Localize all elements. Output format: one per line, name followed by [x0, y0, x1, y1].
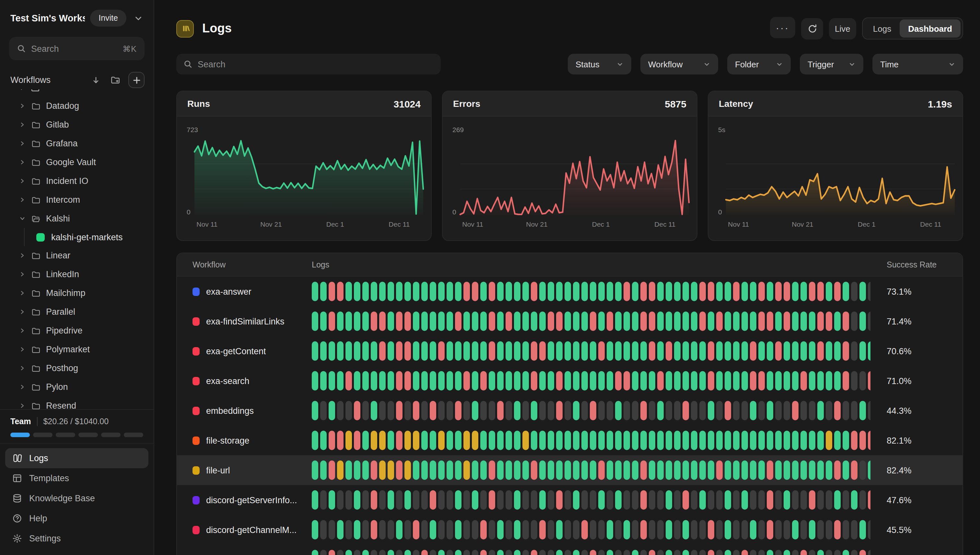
- log-status-bar[interactable]: [539, 341, 546, 361]
- log-status-bar[interactable]: [371, 520, 377, 539]
- log-status-bar[interactable]: [792, 431, 798, 450]
- more-options-button[interactable]: ···: [770, 16, 795, 38]
- log-status-bar[interactable]: [767, 431, 773, 450]
- log-status-bar[interactable]: [556, 282, 563, 301]
- log-status-bar[interactable]: [859, 520, 866, 539]
- log-status-bar[interactable]: [404, 401, 411, 420]
- log-status-bar[interactable]: [666, 311, 672, 331]
- log-status-bar[interactable]: [581, 371, 588, 390]
- log-status-bar[interactable]: [750, 550, 756, 555]
- log-status-bar[interactable]: [388, 490, 394, 510]
- log-status-bar[interactable]: [624, 520, 630, 539]
- log-status-bar[interactable]: [522, 371, 529, 390]
- log-status-bar[interactable]: [430, 401, 436, 420]
- log-status-bar[interactable]: [843, 520, 849, 539]
- log-status-bar[interactable]: [624, 431, 630, 450]
- log-status-bar[interactable]: [438, 341, 445, 361]
- log-status-bar[interactable]: [480, 490, 487, 510]
- log-status-bar[interactable]: [556, 520, 563, 539]
- log-status-bar[interactable]: [632, 401, 639, 420]
- log-status-bar[interactable]: [666, 460, 672, 480]
- log-status-bar[interactable]: [800, 460, 807, 480]
- log-status-bar[interactable]: [817, 490, 824, 510]
- log-status-bar[interactable]: [615, 341, 621, 361]
- folder-item-pylon[interactable]: Pylon: [0, 377, 154, 396]
- log-status-bar[interactable]: [337, 520, 344, 539]
- filter-dropdown-time[interactable]: Time: [872, 54, 963, 74]
- log-status-bar[interactable]: [463, 431, 470, 450]
- log-status-bar[interactable]: [725, 341, 731, 361]
- log-status-bar[interactable]: [809, 460, 815, 480]
- log-status-bar[interactable]: [430, 520, 436, 539]
- log-status-bar[interactable]: [784, 550, 790, 555]
- log-status-bar[interactable]: [834, 520, 841, 539]
- log-status-bar[interactable]: [371, 371, 377, 390]
- log-status-bar[interactable]: [438, 401, 445, 420]
- log-status-bar[interactable]: [691, 311, 697, 331]
- log-status-bar[interactable]: [851, 282, 858, 301]
- log-status-bar[interactable]: [868, 550, 871, 555]
- log-status-bar[interactable]: [784, 371, 790, 390]
- log-status-bar[interactable]: [649, 460, 655, 480]
- log-status-bar[interactable]: [632, 431, 639, 450]
- log-status-bar[interactable]: [320, 550, 327, 555]
- folder-item-intercom[interactable]: Intercom: [0, 190, 154, 209]
- log-status-bar[interactable]: [531, 460, 537, 480]
- log-status-bar[interactable]: [826, 431, 832, 450]
- log-status-bar[interactable]: [792, 550, 798, 555]
- log-status-bar[interactable]: [691, 460, 697, 480]
- log-status-bar[interactable]: [598, 341, 605, 361]
- table-row-exa-answer[interactable]: exa-answer73.1%: [177, 276, 962, 306]
- toggle-logs[interactable]: Logs: [865, 19, 900, 38]
- log-status-bar[interactable]: [682, 311, 689, 331]
- log-status-bar[interactable]: [404, 460, 411, 480]
- log-status-bar[interactable]: [607, 282, 613, 301]
- log-status-bar[interactable]: [632, 282, 639, 301]
- log-status-bar[interactable]: [362, 341, 369, 361]
- log-status-bar[interactable]: [463, 460, 470, 480]
- log-status-bar[interactable]: [598, 550, 605, 555]
- log-status-bar[interactable]: [463, 520, 470, 539]
- log-status-bar[interactable]: [666, 282, 672, 301]
- log-status-bar[interactable]: [590, 460, 596, 480]
- table-row-discord-getServerInfo-[interactable]: discord-getServerInfo...47.6%: [177, 485, 962, 515]
- log-status-bar[interactable]: [868, 520, 871, 539]
- log-status-bar[interactable]: [607, 341, 613, 361]
- log-status-bar[interactable]: [598, 282, 605, 301]
- log-status-bar[interactable]: [750, 490, 756, 510]
- log-status-bar[interactable]: [354, 311, 360, 331]
- log-status-bar[interactable]: [615, 520, 621, 539]
- log-status-bar[interactable]: [590, 311, 596, 331]
- log-status-bar[interactable]: [868, 371, 871, 390]
- log-status-bar[interactable]: [565, 520, 571, 539]
- log-status-bar[interactable]: [792, 371, 798, 390]
- log-status-bar[interactable]: [328, 371, 335, 390]
- log-status-bar[interactable]: [817, 282, 824, 301]
- log-status-bar[interactable]: [489, 490, 495, 510]
- log-status-bar[interactable]: [699, 401, 706, 420]
- log-status-bar[interactable]: [463, 311, 470, 331]
- log-status-bar[interactable]: [480, 550, 487, 555]
- log-status-bar[interactable]: [362, 490, 369, 510]
- log-status-bar[interactable]: [792, 460, 798, 480]
- log-status-bar[interactable]: [505, 311, 512, 331]
- log-status-bar[interactable]: [421, 431, 428, 450]
- log-status-bar[interactable]: [371, 341, 377, 361]
- log-status-bar[interactable]: [682, 431, 689, 450]
- log-status-bar[interactable]: [421, 520, 428, 539]
- log-status-bar[interactable]: [438, 371, 445, 390]
- log-status-bar[interactable]: [674, 311, 681, 331]
- log-status-bar[interactable]: [742, 371, 748, 390]
- log-status-bar[interactable]: [666, 490, 672, 510]
- log-status-bar[interactable]: [581, 311, 588, 331]
- log-status-bar[interactable]: [489, 550, 495, 555]
- log-status-bar[interactable]: [682, 282, 689, 301]
- log-status-bar[interactable]: [539, 401, 546, 420]
- log-status-bar[interactable]: [674, 490, 681, 510]
- log-status-bar[interactable]: [809, 520, 815, 539]
- folder-item-mailchimp[interactable]: Mailchimp: [0, 284, 154, 302]
- log-status-bar[interactable]: [716, 460, 723, 480]
- log-status-bar[interactable]: [522, 431, 529, 450]
- log-status-bar[interactable]: [438, 282, 445, 301]
- log-status-bar[interactable]: [438, 311, 445, 331]
